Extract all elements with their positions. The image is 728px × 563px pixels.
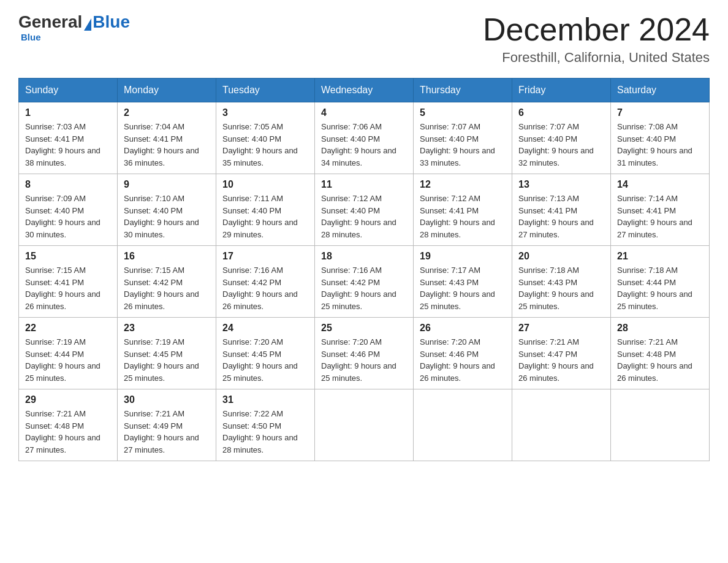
- sunset-time: Sunset: 4:43 PM: [518, 278, 577, 287]
- day-number: 7: [617, 107, 703, 118]
- sunset-time: Sunset: 4:40 PM: [321, 206, 380, 215]
- sunrise-time: Sunrise: 7:07 AM: [518, 122, 579, 131]
- daylight-hours: Daylight: 9 hours and 25 minutes.: [222, 361, 298, 383]
- daylight-hours: Daylight: 9 hours and 27 minutes.: [617, 218, 692, 239]
- day-number: 8: [25, 179, 111, 190]
- daylight-hours: Daylight: 9 hours and 38 minutes.: [25, 146, 100, 167]
- daylight-hours: Daylight: 9 hours and 36 minutes.: [124, 146, 199, 167]
- sunrise-time: Sunrise: 7:20 AM: [321, 337, 382, 347]
- sunrise-time: Sunrise: 7:19 AM: [124, 337, 184, 347]
- sunrise-time: Sunrise: 7:11 AM: [222, 194, 283, 203]
- calendar-cell: [414, 389, 512, 461]
- sunrise-time: Sunrise: 7:16 AM: [321, 266, 382, 275]
- day-number: 2: [124, 107, 210, 118]
- day-number: 14: [617, 179, 703, 190]
- calendar-cell: 1 Sunrise: 7:03 AM Sunset: 4:41 PM Dayli…: [19, 102, 118, 174]
- day-number: 26: [420, 323, 506, 334]
- days-header-row: Sunday Monday Tuesday Wednesday Thursday…: [19, 79, 710, 102]
- calendar-cell: 13 Sunrise: 7:13 AM Sunset: 4:41 PM Dayl…: [512, 174, 611, 246]
- sunrise-time: Sunrise: 7:06 AM: [321, 122, 382, 131]
- day-number: 30: [124, 394, 210, 405]
- daylight-hours: Daylight: 9 hours and 26 minutes.: [617, 361, 692, 383]
- sunset-time: Sunset: 4:40 PM: [321, 134, 380, 144]
- week-row-2: 8 Sunrise: 7:09 AM Sunset: 4:40 PM Dayli…: [19, 174, 710, 246]
- sunrise-time: Sunrise: 7:09 AM: [25, 194, 86, 203]
- sunrise-time: Sunrise: 7:20 AM: [420, 337, 480, 347]
- sunset-time: Sunset: 4:42 PM: [321, 278, 380, 287]
- title-section: December 2024 Foresthill, California, Un…: [483, 12, 710, 66]
- calendar-cell: 21 Sunrise: 7:18 AM Sunset: 4:44 PM Dayl…: [611, 246, 710, 318]
- day-number: 9: [124, 179, 210, 190]
- sunrise-time: Sunrise: 7:18 AM: [518, 266, 579, 275]
- calendar-cell: 18 Sunrise: 7:16 AM Sunset: 4:42 PM Dayl…: [315, 246, 414, 318]
- daylight-hours: Daylight: 9 hours and 28 minutes.: [321, 218, 396, 239]
- day-info: Sunrise: 7:03 AM Sunset: 4:41 PM Dayligh…: [25, 121, 111, 169]
- sunset-time: Sunset: 4:50 PM: [222, 421, 281, 431]
- day-info: Sunrise: 7:18 AM Sunset: 4:43 PM Dayligh…: [518, 264, 604, 312]
- daylight-hours: Daylight: 9 hours and 26 minutes.: [518, 361, 594, 383]
- sunrise-time: Sunrise: 7:20 AM: [222, 337, 283, 347]
- sunrise-time: Sunrise: 7:16 AM: [222, 266, 283, 275]
- daylight-hours: Daylight: 9 hours and 27 minutes.: [124, 433, 199, 454]
- day-number: 11: [321, 179, 407, 190]
- day-info: Sunrise: 7:11 AM Sunset: 4:40 PM Dayligh…: [222, 193, 308, 240]
- calendar-cell: [512, 389, 611, 461]
- daylight-hours: Daylight: 9 hours and 31 minutes.: [617, 146, 692, 167]
- sunrise-time: Sunrise: 7:17 AM: [420, 266, 480, 275]
- daylight-hours: Daylight: 9 hours and 25 minutes.: [124, 361, 199, 383]
- logo-triangle-icon: [84, 18, 91, 31]
- day-number: 27: [518, 323, 604, 334]
- day-info: Sunrise: 7:16 AM Sunset: 4:42 PM Dayligh…: [222, 264, 308, 312]
- sunrise-time: Sunrise: 7:12 AM: [321, 194, 382, 203]
- sunset-time: Sunset: 4:41 PM: [25, 134, 84, 144]
- day-number: 20: [518, 251, 604, 262]
- calendar-cell: 3 Sunrise: 7:05 AM Sunset: 4:40 PM Dayli…: [216, 102, 315, 174]
- day-info: Sunrise: 7:06 AM Sunset: 4:40 PM Dayligh…: [321, 121, 407, 169]
- calendar-cell: 20 Sunrise: 7:18 AM Sunset: 4:43 PM Dayl…: [512, 246, 611, 318]
- sunrise-time: Sunrise: 7:22 AM: [222, 409, 283, 418]
- sunset-time: Sunset: 4:42 PM: [124, 278, 183, 287]
- day-info: Sunrise: 7:07 AM Sunset: 4:40 PM Dayligh…: [420, 121, 506, 169]
- day-number: 4: [321, 107, 407, 118]
- calendar-cell: 26 Sunrise: 7:20 AM Sunset: 4:46 PM Dayl…: [414, 318, 512, 389]
- calendar-cell: 8 Sunrise: 7:09 AM Sunset: 4:40 PM Dayli…: [19, 174, 118, 246]
- header-sunday: Sunday: [19, 79, 118, 102]
- calendar-cell: 5 Sunrise: 7:07 AM Sunset: 4:40 PM Dayli…: [414, 102, 512, 174]
- calendar-cell: 7 Sunrise: 7:08 AM Sunset: 4:40 PM Dayli…: [611, 102, 710, 174]
- day-info: Sunrise: 7:09 AM Sunset: 4:40 PM Dayligh…: [25, 193, 111, 240]
- calendar-cell: 27 Sunrise: 7:21 AM Sunset: 4:47 PM Dayl…: [512, 318, 611, 389]
- sunset-time: Sunset: 4:40 PM: [617, 134, 676, 144]
- calendar-cell: [315, 389, 414, 461]
- sunset-time: Sunset: 4:40 PM: [25, 206, 84, 215]
- calendar-cell: 17 Sunrise: 7:16 AM Sunset: 4:42 PM Dayl…: [216, 246, 315, 318]
- calendar-cell: 6 Sunrise: 7:07 AM Sunset: 4:40 PM Dayli…: [512, 102, 611, 174]
- daylight-hours: Daylight: 9 hours and 35 minutes.: [222, 146, 298, 167]
- sunrise-time: Sunrise: 7:07 AM: [420, 122, 480, 131]
- sunrise-time: Sunrise: 7:05 AM: [222, 122, 283, 131]
- header-thursday: Thursday: [414, 79, 512, 102]
- calendar-cell: 15 Sunrise: 7:15 AM Sunset: 4:41 PM Dayl…: [19, 246, 118, 318]
- day-number: 28: [617, 323, 703, 334]
- day-number: 6: [518, 107, 604, 118]
- sunrise-time: Sunrise: 7:21 AM: [25, 409, 86, 418]
- sunset-time: Sunset: 4:41 PM: [25, 278, 84, 287]
- calendar-cell: 14 Sunrise: 7:14 AM Sunset: 4:41 PM Dayl…: [611, 174, 710, 246]
- day-info: Sunrise: 7:20 AM Sunset: 4:45 PM Dayligh…: [222, 336, 308, 384]
- calendar-subtitle: Foresthill, California, United States: [483, 50, 710, 66]
- header-monday: Monday: [118, 79, 216, 102]
- header-saturday: Saturday: [611, 79, 710, 102]
- sunrise-time: Sunrise: 7:18 AM: [617, 266, 678, 275]
- day-number: 15: [25, 251, 111, 262]
- day-info: Sunrise: 7:19 AM Sunset: 4:44 PM Dayligh…: [25, 336, 111, 384]
- header-tuesday: Tuesday: [216, 79, 315, 102]
- sunrise-time: Sunrise: 7:13 AM: [518, 194, 579, 203]
- day-number: 5: [420, 107, 506, 118]
- calendar-cell: 2 Sunrise: 7:04 AM Sunset: 4:41 PM Dayli…: [118, 102, 216, 174]
- day-info: Sunrise: 7:16 AM Sunset: 4:42 PM Dayligh…: [321, 264, 407, 312]
- calendar-cell: 4 Sunrise: 7:06 AM Sunset: 4:40 PM Dayli…: [315, 102, 414, 174]
- sunset-time: Sunset: 4:41 PM: [124, 134, 183, 144]
- calendar-cell: 16 Sunrise: 7:15 AM Sunset: 4:42 PM Dayl…: [118, 246, 216, 318]
- calendar-cell: 31 Sunrise: 7:22 AM Sunset: 4:50 PM Dayl…: [216, 389, 315, 461]
- day-info: Sunrise: 7:08 AM Sunset: 4:40 PM Dayligh…: [617, 121, 703, 169]
- calendar-cell: 12 Sunrise: 7:12 AM Sunset: 4:41 PM Dayl…: [414, 174, 512, 246]
